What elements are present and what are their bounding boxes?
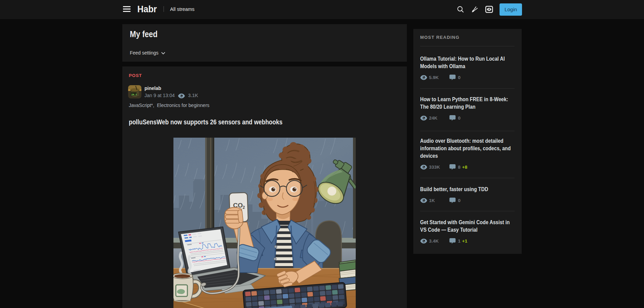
svg-text:24.9: 24.9: [132, 93, 137, 96]
